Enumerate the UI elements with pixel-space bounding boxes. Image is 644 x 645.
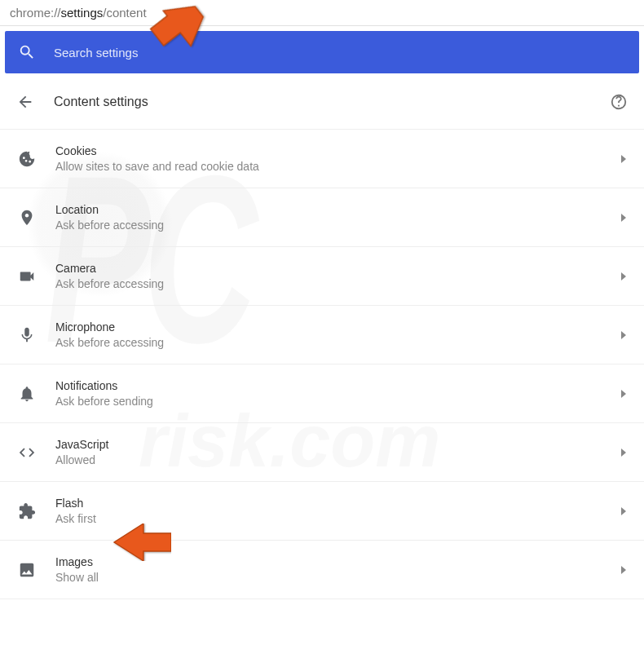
setting-row-images[interactable]: ImagesShow all	[0, 541, 644, 599]
setting-row-flash[interactable]: FlashAsk first	[0, 482, 644, 541]
setting-label: Microphone	[55, 320, 620, 334]
setting-label: JavaScript	[55, 438, 620, 451]
location-icon	[16, 207, 37, 228]
chevron-right-icon	[620, 331, 628, 339]
search-banner[interactable]	[5, 31, 639, 73]
chevron-right-icon	[620, 566, 628, 574]
setting-text: NotificationsAsk before sending	[55, 379, 620, 408]
setting-label: Flash	[55, 497, 620, 510]
setting-sublabel: Allow sites to save and read cookie data	[55, 160, 620, 173]
setting-text: CameraAsk before accessing	[55, 262, 620, 290]
setting-text: FlashAsk first	[55, 497, 620, 525]
setting-sublabel: Allowed	[55, 453, 620, 466]
setting-sublabel: Show all	[55, 571, 620, 584]
setting-row-microphone[interactable]: MicrophoneAsk before accessing	[0, 306, 644, 364]
setting-label: Cookies	[55, 144, 620, 157]
microphone-icon	[16, 325, 37, 346]
setting-text: LocationAsk before accessing	[55, 203, 620, 232]
setting-label: Location	[55, 203, 620, 216]
setting-label: Camera	[55, 262, 620, 275]
setting-label: Notifications	[55, 379, 620, 392]
setting-sublabel: Ask before accessing	[55, 277, 620, 290]
bell-icon	[16, 383, 37, 404]
help-icon[interactable]	[610, 93, 628, 111]
setting-row-location[interactable]: LocationAsk before accessing	[0, 188, 644, 247]
url-prefix: chrome://	[10, 6, 61, 20]
chevron-right-icon	[620, 155, 628, 163]
url-suffix: /content	[103, 6, 146, 20]
code-icon	[16, 442, 37, 463]
url-bold: settings	[61, 6, 104, 20]
setting-sublabel: Ask before sending	[55, 395, 620, 408]
setting-text: MicrophoneAsk before accessing	[55, 320, 620, 349]
search-icon	[18, 43, 36, 61]
setting-text: CookiesAllow sites to save and read cook…	[55, 144, 620, 173]
setting-text: JavaScriptAllowed	[55, 438, 620, 466]
setting-row-cookies[interactable]: CookiesAllow sites to save and read cook…	[0, 130, 644, 188]
camera-icon	[16, 266, 37, 287]
puzzle-icon	[16, 501, 37, 522]
setting-row-notifications[interactable]: NotificationsAsk before sending	[0, 364, 644, 423]
chevron-right-icon	[620, 390, 628, 398]
chevron-right-icon	[620, 507, 628, 515]
setting-sublabel: Ask before accessing	[55, 336, 620, 349]
setting-sublabel: Ask before accessing	[55, 219, 620, 232]
cookie-icon	[16, 148, 37, 170]
setting-sublabel: Ask first	[55, 512, 620, 525]
settings-list: CookiesAllow sites to save and read cook…	[0, 129, 644, 599]
chevron-right-icon	[620, 448, 628, 457]
page-header: Content settings	[0, 78, 644, 129]
page-title: Content settings	[54, 95, 610, 109]
setting-row-camera[interactable]: CameraAsk before accessing	[0, 247, 644, 306]
setting-label: Images	[55, 555, 620, 568]
back-arrow-icon[interactable]	[16, 93, 34, 111]
chevron-right-icon	[620, 214, 628, 222]
image-icon	[16, 559, 37, 581]
setting-text: ImagesShow all	[55, 555, 620, 584]
chevron-right-icon	[620, 272, 628, 281]
search-input[interactable]	[54, 46, 626, 60]
address-bar[interactable]: chrome://settings/content	[0, 0, 644, 26]
setting-row-javascript[interactable]: JavaScriptAllowed	[0, 423, 644, 482]
